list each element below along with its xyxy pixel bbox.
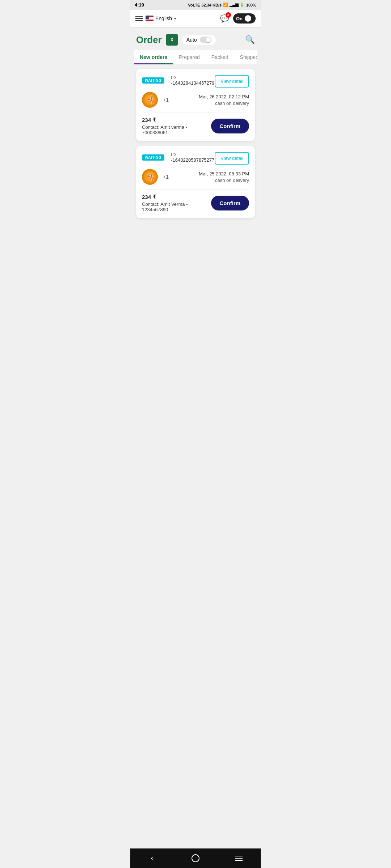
divider-1 bbox=[142, 112, 249, 112]
card-footer-2: 234 ₹ Contact: Amit Verma - 1234567890 C… bbox=[142, 194, 249, 212]
view-detail-button-1[interactable]: View detail bbox=[215, 75, 249, 88]
extra-items-2: +1 bbox=[163, 174, 169, 180]
confirm-button-1[interactable]: Confirm bbox=[211, 119, 249, 133]
main-content: Order X Auto 🔍 New orders Prepared Packe… bbox=[130, 27, 261, 227]
tab-packed[interactable]: Packed bbox=[206, 50, 234, 64]
tabs-bar: New orders Prepared Packed Shipped Del..… bbox=[134, 50, 257, 65]
confirm-button-2[interactable]: Confirm bbox=[211, 196, 249, 210]
status-right: VoLTE 62.34 KB/s 📶 ▂▄▆ 🔋 100% bbox=[188, 3, 256, 7]
status-speed: 62.34 KB/s bbox=[201, 3, 222, 7]
on-off-toggle[interactable]: On bbox=[233, 13, 256, 24]
card-items-row-2: 🍕 +1 Mar, 25 2022, 08:33 PM cash on deli… bbox=[142, 169, 249, 185]
toggle-label: On bbox=[236, 16, 243, 21]
excel-icon[interactable]: X bbox=[166, 34, 178, 46]
order-id-2: ID -1648220587875277 bbox=[171, 152, 215, 163]
wifi-icon: 📶 bbox=[223, 3, 228, 7]
payment-method-1: cash on delivery bbox=[172, 101, 249, 106]
tab-shipped[interactable]: Shipped bbox=[234, 50, 257, 64]
food-image-2: 🍕 bbox=[142, 169, 158, 185]
battery-icon: 🔋 bbox=[240, 3, 245, 7]
toggle-circle bbox=[245, 15, 251, 22]
nav-right: 💬 0 On bbox=[220, 13, 256, 24]
auto-label: Auto bbox=[186, 37, 197, 43]
order-contact-2: Contact: Amit Verma - 1234567890 bbox=[142, 201, 211, 212]
status-time: 4:19 bbox=[135, 2, 144, 8]
order-date-1: Mar, 26 2022, 02:12 PM bbox=[172, 94, 249, 99]
order-header: Order X Auto 🔍 bbox=[134, 33, 257, 50]
order-id-1: ID -1648284134467279 bbox=[171, 75, 215, 86]
card-header-1: WAITING ID -1648284134467279 View detail bbox=[142, 75, 249, 88]
card-header-2: WAITING ID -1648220587875277 View detail bbox=[142, 152, 249, 165]
auto-toggle[interactable]: Auto bbox=[182, 35, 216, 45]
extra-items-1: +1 bbox=[163, 97, 169, 103]
payment-method-2: cash on delivery bbox=[172, 178, 249, 183]
page-title: Order bbox=[136, 34, 162, 46]
signal-icon: ▂▄▆ bbox=[230, 3, 238, 7]
order-info-1: 234 ₹ Contact: Amit verma - 7000338061 bbox=[142, 117, 211, 135]
top-nav: English 💬 0 On bbox=[130, 10, 261, 27]
status-network: VoLTE bbox=[188, 3, 200, 7]
tab-new-orders[interactable]: New orders bbox=[134, 50, 173, 64]
order-contact-1: Contact: Amit verma - 7000338061 bbox=[142, 124, 211, 135]
card-items-row-1: 🍕 +1 Mar, 26 2022, 02:12 PM cash on deli… bbox=[142, 92, 249, 108]
nav-left: English bbox=[135, 16, 177, 21]
divider-2 bbox=[142, 189, 249, 190]
order-date-2: Mar, 25 2022, 08:33 PM bbox=[172, 171, 249, 176]
food-image-1: 🍕 bbox=[142, 92, 158, 108]
order-card-2: WAITING ID -1648220587875277 View detail… bbox=[136, 146, 255, 218]
order-card-1: WAITING ID -1648284134467279 View detail… bbox=[136, 69, 255, 141]
language-label: English bbox=[155, 16, 172, 21]
flag-icon bbox=[146, 16, 154, 21]
waiting-badge-1: WAITING bbox=[142, 77, 164, 84]
order-meta-1: Mar, 26 2022, 02:12 PM cash on delivery bbox=[172, 94, 249, 106]
search-button[interactable]: 🔍 bbox=[245, 35, 255, 44]
order-price-2: 234 ₹ bbox=[142, 194, 211, 200]
hamburger-menu[interactable] bbox=[135, 16, 143, 21]
chevron-down-icon bbox=[174, 18, 177, 20]
view-detail-button-2[interactable]: View detail bbox=[215, 152, 249, 165]
language-selector[interactable]: English bbox=[146, 16, 177, 21]
auto-toggle-knob bbox=[200, 37, 211, 43]
card-footer-1: 234 ₹ Contact: Amit verma - 7000338061 C… bbox=[142, 117, 249, 135]
tab-prepared[interactable]: Prepared bbox=[173, 50, 206, 64]
notification-badge: 0 bbox=[226, 12, 231, 18]
orders-list: WAITING ID -1648284134467279 View detail… bbox=[134, 65, 257, 222]
order-meta-2: Mar, 25 2022, 08:33 PM cash on delivery bbox=[172, 171, 249, 183]
order-info-2: 234 ₹ Contact: Amit Verma - 1234567890 bbox=[142, 194, 211, 212]
order-price-1: 234 ₹ bbox=[142, 117, 211, 123]
waiting-badge-2: WAITING bbox=[142, 154, 164, 161]
status-bar: 4:19 VoLTE 62.34 KB/s 📶 ▂▄▆ 🔋 100% bbox=[130, 0, 261, 10]
battery-percent: 100% bbox=[246, 3, 256, 7]
notification-button[interactable]: 💬 0 bbox=[220, 14, 230, 23]
